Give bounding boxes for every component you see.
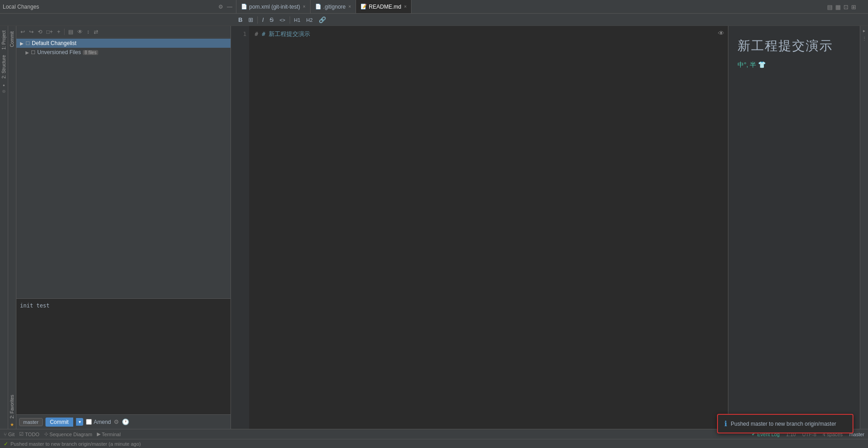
bottom-message-bar: ✓ Pushed master to new branch origin/mas… [0,439,868,448]
editor-area: 1 # # 新工程提交演示 👁 [231,26,728,429]
preview-panel: 新工程提交演示 中°, 半 👕 [728,26,860,429]
tab-readme-close[interactable]: × [404,4,406,9]
branch-badge: master [19,418,43,426]
bottom-success-icon: ✓ [4,441,8,447]
tab-gitignore-label: .gitignore [323,4,346,10]
panel-title: Local Changes [3,4,39,10]
commit-vertical-strip: Commit 2: Favorites ★ [8,26,16,429]
commit-settings-btn[interactable]: ⚙ [114,418,119,425]
structure-label[interactable]: 2: Structure [0,52,7,81]
rollback-btn[interactable]: ⟲ [36,28,44,35]
tab-pom[interactable]: 📄 pom.xml (git-init-test) × [236,0,311,13]
italic-btn[interactable]: I [260,15,266,24]
commit-message-input[interactable]: init test [16,299,231,414]
code-area[interactable]: # # 新工程提交演示 [249,26,728,429]
todo-icon: ☑ [19,431,24,437]
h1-btn[interactable]: H1 [292,16,302,24]
todo-status-item[interactable]: ☑ TODO [19,431,40,437]
commit-label-vertical[interactable]: Commit [9,28,15,50]
top-right-layout4-icon[interactable]: ⊞ [851,4,856,10]
table-btn[interactable]: ⊞ [246,15,255,24]
sort-btn[interactable]: ↕ [85,28,91,35]
star-icon: ★ [10,422,14,427]
code-line-1: # # 新工程提交演示 [255,30,722,39]
editor-eye-btn[interactable]: 👁 [718,30,724,37]
tab-gitignore-close[interactable]: × [348,4,351,9]
undo-btn[interactable]: ↩ [19,28,26,35]
seq-diagram-item[interactable]: ⊹ Sequence Diagram [44,431,92,437]
line-numbers: 1 [231,26,249,429]
right-icon1[interactable]: ▸ [863,28,865,33]
unversioned-files-group[interactable]: ▶ ☐ Unversioned Files 8 files [16,48,231,57]
left-vertical-strip: 1: Project 2: Structure ● ◎ [0,26,8,429]
editor-eye-area: 👁 [718,30,724,37]
top-right-layout3-icon[interactable]: ⊡ [843,4,848,10]
panel-settings-btn[interactable]: ⚙ [217,3,224,11]
bottom-message-text: Pushed master to new branch origin/maste… [10,441,141,447]
commit-footer: master Commit ▾ Amend ⚙ 🕐 [16,414,231,429]
changelist-arrow: ▶ [20,41,24,46]
seq-label: Sequence Diagram [50,432,92,437]
preview-icons-row: 中°, 半 👕 [738,61,766,69]
changelist-checkbox-icon: ☐ [25,40,30,46]
code-btn[interactable]: <> [278,16,287,24]
redo-btn[interactable]: ↪ [28,28,35,35]
file-tree: ▶ ☐ Default Changelist ▶ ☐ Unversioned F… [16,38,231,298]
tab-gitignore[interactable]: 📄 .gitignore × [311,0,356,13]
amend-label: Amend [94,419,111,425]
bold-btn[interactable]: B [236,15,244,24]
right-icon2[interactable]: ⋮ [862,36,867,41]
line-number-1: 1 [234,30,246,39]
add-btn[interactable]: + [55,28,62,35]
panel-toolbar: ↩ ↪ ⟲ □+ + ▤ 👁 ↕ ⇄ [16,26,231,38]
tab-pom-close[interactable]: × [303,4,306,9]
right-vertical-toolbar: ▸ ⋮ [860,26,868,429]
readme-file-icon: 📝 [361,4,367,10]
pom-file-icon: 📄 [241,4,247,10]
strikethrough-btn[interactable]: S [268,15,276,24]
panel-minimize-btn[interactable]: — [226,3,233,11]
gitignore-file-icon: 📄 [315,4,321,10]
commit-dropdown-btn[interactable]: ▾ [76,418,83,426]
terminal-item[interactable]: ▶ Terminal [97,431,121,437]
git-branch-icon: ⑂ [4,432,7,437]
unversioned-files-label: Unversioned Files [37,49,81,55]
unversioned-expand-arrow: ▶ [25,50,29,55]
diff-btn[interactable]: ⇄ [92,28,100,35]
git-status-item[interactable]: ⑂ Git [4,432,15,437]
commit-button[interactable]: Commit [45,418,73,427]
view-btn[interactable]: 👁 [76,28,84,35]
notification-text: Pushed master to new branch origin/maste… [731,421,836,427]
commit-message-area: init test [16,298,231,414]
left-icon2[interactable]: ◎ [2,89,5,93]
terminal-label: Terminal [102,432,121,437]
top-right-layout1-icon[interactable]: ▤ [827,4,833,10]
left-icon1[interactable]: ● [3,83,5,87]
h2-btn[interactable]: H2 [305,16,315,24]
toolbar-sep [64,29,65,35]
amend-checkbox-label[interactable]: Amend [86,419,111,425]
favorites-label-vertical[interactable]: 2: Favorites [9,391,15,422]
todo-label: TODO [25,432,40,437]
preview-title: 新工程提交演示 [738,37,833,55]
project-label[interactable]: 1: Project [0,28,7,52]
link-btn[interactable]: 🔗 [317,15,328,24]
commit-clock-btn[interactable]: 🕐 [122,418,129,425]
tab-readme-label: README.md [369,4,401,10]
toolbar-sep1 [257,16,258,24]
group-btn[interactable]: ▤ [67,28,75,35]
tab-pom-label: pom.xml (git-init-test) [249,4,300,10]
amend-checkbox[interactable] [86,419,92,425]
local-changes-panel: ↩ ↪ ⟲ □+ + ▤ 👁 ↕ ⇄ ▶ ☐ Default Changelis… [16,26,231,429]
changelist-name: Default Changelist [32,40,76,46]
tab-readme[interactable]: 📝 README.md × [356,0,411,13]
seq-icon: ⊹ [44,431,48,437]
line-text: # 新工程提交演示 [262,30,311,37]
default-changelist-header[interactable]: ▶ ☐ Default Changelist [16,39,231,48]
unversioned-files-badge: 8 files [83,50,98,55]
top-right-layout2-icon[interactable]: ▦ [835,4,841,10]
editor-content: 1 # # 新工程提交演示 👁 [231,26,728,429]
git-status-label: Git [8,432,15,437]
new-changelist-btn[interactable]: □+ [45,28,54,35]
notification-icon: ℹ [724,419,727,428]
